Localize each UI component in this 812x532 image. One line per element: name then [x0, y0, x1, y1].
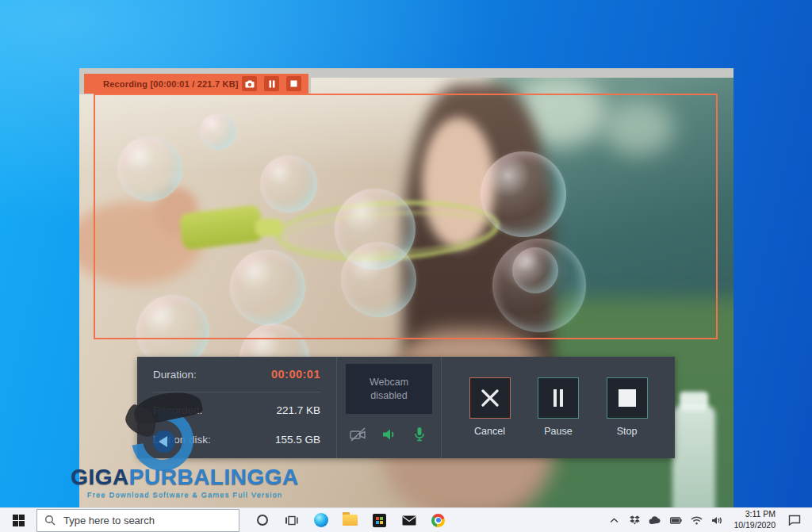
gigapurbalingga-watermark: GIGAPURBALINGGA Free Download Software &… — [60, 392, 309, 503]
pause-icon[interactable] — [264, 76, 279, 91]
webcam-disabled-icon[interactable] — [348, 424, 369, 445]
watermark-play-icon — [159, 436, 167, 447]
start-button[interactable] — [0, 508, 36, 532]
stop-icon[interactable] — [286, 76, 301, 91]
action-center-icon[interactable] — [785, 510, 804, 530]
taskbar-app-icons — [247, 508, 453, 532]
speaker-icon[interactable] — [710, 510, 724, 530]
search-input[interactable] — [62, 514, 232, 527]
duration-label: Duration: — [153, 369, 197, 381]
pause-button-label: Pause — [544, 426, 572, 437]
edge-icon[interactable] — [306, 508, 335, 532]
battery-icon[interactable] — [668, 510, 683, 530]
recording-toolbar-buttons — [242, 76, 301, 91]
recording-status-text: Recording [00:00:01 / 221.7 KB] — [103, 79, 239, 89]
onedrive-cloud-icon[interactable] — [648, 510, 662, 530]
stat-row-duration: Duration: 00:00:01 — [153, 357, 320, 392]
wifi-icon[interactable] — [689, 510, 703, 530]
video-bubble-bottle-cap — [680, 392, 708, 411]
watermark-subtitle: Free Download Software & Games Full Vers… — [60, 490, 309, 499]
cortana-icon[interactable] — [247, 508, 277, 532]
pause-button[interactable]: Pause — [538, 377, 579, 437]
watermark-title-part2: PURBALINGGA — [129, 465, 299, 489]
task-view-icon[interactable] — [277, 508, 306, 532]
watermark-title: GIGAPURBALINGGA — [60, 465, 309, 490]
stop-icon — [607, 377, 648, 419]
tray-date: 10/19/2020 — [733, 520, 776, 530]
x-icon — [469, 377, 511, 419]
audio-device-toggles — [346, 424, 432, 445]
pause-icon — [538, 377, 579, 419]
watermark-title-part1: GIGA — [71, 465, 129, 489]
speaker-icon[interactable] — [379, 424, 400, 445]
chrome-icon[interactable] — [423, 508, 453, 532]
stop-button-label: Stop — [617, 426, 638, 437]
video-bubble-bottle — [672, 406, 715, 507]
chevron-up-icon[interactable] — [607, 510, 621, 530]
system-tray: 3:11 PM 10/19/2020 — [607, 509, 812, 530]
screenshot-camera-icon[interactable] — [242, 76, 257, 91]
webcam-status-box: Webcam disabled — [346, 364, 432, 414]
taskbar-search[interactable] — [36, 509, 239, 532]
tray-time: 3:11 PM — [745, 509, 776, 519]
windows-logo-icon — [13, 515, 25, 526]
cancel-button-label: Cancel — [474, 426, 505, 437]
search-icon — [44, 515, 56, 526]
file-explorer-icon[interactable] — [335, 508, 365, 532]
taskbar: 3:11 PM 10/19/2020 — [0, 507, 812, 532]
mail-icon[interactable] — [394, 508, 423, 532]
taskbar-clock[interactable]: 3:11 PM 10/19/2020 — [733, 509, 776, 530]
webcam-status-text: Webcam disabled — [352, 376, 426, 403]
recording-action-buttons: Cancel Pause Stop — [442, 357, 675, 458]
duration-value: 00:00:01 — [271, 368, 320, 381]
dropbox-icon[interactable] — [627, 510, 642, 530]
cancel-button[interactable]: Cancel — [469, 377, 511, 437]
microphone-icon[interactable] — [409, 424, 430, 445]
recording-toolbar: Recording [00:00:01 / 221.7 KB] — [84, 74, 308, 94]
capture-region-frame — [94, 94, 718, 339]
microsoft-store-icon[interactable] — [365, 508, 394, 532]
webcam-section: Webcam disabled — [337, 357, 442, 458]
stop-button[interactable]: Stop — [607, 377, 648, 437]
